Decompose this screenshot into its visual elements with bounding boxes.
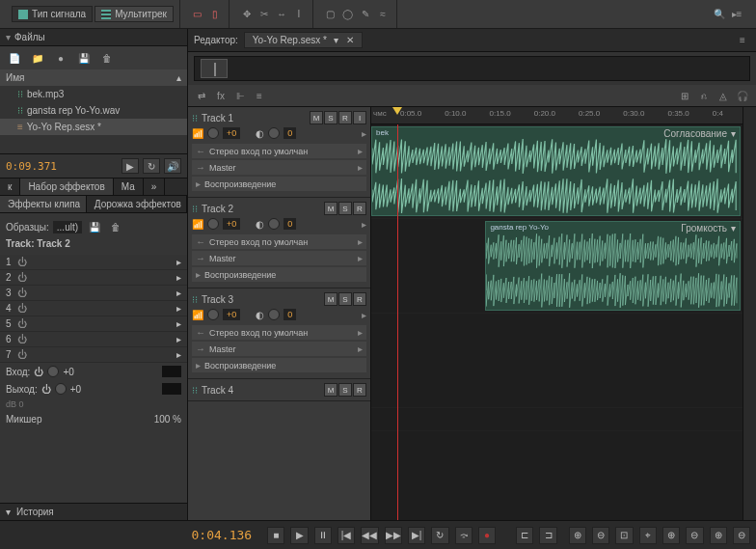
expand-chevron-icon[interactable]: ▸ <box>362 219 366 230</box>
dropdown-icon[interactable]: ▸ <box>358 162 363 173</box>
tab-track-fx[interactable]: Дорожка эффектов <box>87 196 187 212</box>
eq-icon[interactable]: ≡ <box>252 88 267 103</box>
volume-value[interactable]: +0 <box>223 309 240 320</box>
dropdown-icon[interactable]: ▸ <box>358 146 363 156</box>
history-panel-title[interactable]: ▾ История <box>0 503 187 520</box>
punch-in-button[interactable]: ⊏ <box>516 527 533 544</box>
pan-value[interactable]: 0 <box>284 127 296 139</box>
mute-button[interactable]: M <box>310 111 323 124</box>
timeline[interactable]: чмс 0:05.00:10.00:15.00:20.00:25.00:30.0… <box>371 107 742 520</box>
fx-icon[interactable]: fx <box>213 88 229 103</box>
input-knob[interactable] <box>47 366 59 377</box>
clip-vol-label[interactable]: Громкость <box>681 223 727 233</box>
input-route[interactable]: ←Стерео вход по умолчан▸ <box>192 234 366 249</box>
preview-autoplay-button[interactable]: 🔊 <box>164 158 181 174</box>
metronome-icon[interactable]: ◬ <box>716 88 731 103</box>
tab-markers[interactable]: Ма <box>114 178 144 195</box>
fx-slot[interactable]: 4⏻▸ <box>0 301 187 316</box>
zoom-out-sel-button[interactable]: ⊖ <box>686 527 703 544</box>
delete-preset-icon[interactable]: 🗑 <box>107 219 124 234</box>
track-header[interactable]: ⁝⁝ Track 1 M S R I 📶+0 ◐0 ▸←Стерео вход … <box>188 107 370 198</box>
open-folder-icon[interactable]: 📁 <box>29 50 46 66</box>
volume-value[interactable]: +0 <box>223 218 240 230</box>
fx-slot[interactable]: 1⏻▸ <box>0 255 187 270</box>
time-ruler[interactable]: чмс 0:05.00:10.00:15.00:20.00:25.00:30.0… <box>371 107 742 124</box>
lasso-icon[interactable]: ◯ <box>340 7 356 22</box>
marquee-icon[interactable]: ▢ <box>323 7 338 22</box>
heal-icon[interactable]: ≈ <box>375 7 391 22</box>
input-route[interactable]: ←Стерео вход по умолчан▸ <box>192 144 366 158</box>
dropdown-icon[interactable]: ▾ <box>731 128 736 139</box>
razor-tool-icon[interactable]: ✂ <box>256 7 272 22</box>
audio-clip[interactable]: bek Согласование▾ <box>371 126 741 216</box>
power-icon[interactable]: ⏻ <box>17 349 27 360</box>
punch-out-button[interactable]: ⊐ <box>539 527 556 544</box>
mute-button[interactable]: M <box>324 292 338 306</box>
power-icon[interactable]: ⏻ <box>41 384 51 395</box>
match-label[interactable]: Согласование <box>663 128 727 139</box>
expand-chevron-icon[interactable]: ▸ <box>362 310 366 320</box>
ripple-icon[interactable]: ⎌ <box>696 88 712 103</box>
track-name[interactable]: Track 1 <box>202 113 306 124</box>
zoom-fit-button[interactable]: ⊡ <box>615 527 633 544</box>
move-tool-icon[interactable]: ✥ <box>239 7 255 22</box>
brush-icon[interactable]: ✎ <box>358 7 373 22</box>
tab-effects-rack[interactable]: Набор эффектов <box>20 178 113 195</box>
pan-value[interactable]: 0 <box>284 309 296 320</box>
track-name[interactable]: Track 2 <box>202 204 320 214</box>
dropdown-icon[interactable]: ▾ <box>731 223 736 233</box>
waveform-view-button[interactable]: Тип сигнала <box>12 6 93 22</box>
rewind-button[interactable]: ◀◀ <box>361 527 378 544</box>
output-route[interactable]: →Master▸ <box>192 342 366 356</box>
solo-button[interactable]: S <box>338 292 352 306</box>
fx-slot[interactable]: 7⏻▸ <box>0 347 187 363</box>
track-header[interactable]: ⁝⁝ Track 2 M S R 📶+0 ◐0 ▸←Стерео вход по… <box>188 198 370 288</box>
dropdown-icon[interactable]: ▸ <box>358 343 363 354</box>
dropdown-chevron-icon[interactable]: ▾ <box>334 35 338 45</box>
fx-slot[interactable]: 5⏻▸ <box>0 316 187 332</box>
files-panel-title[interactable]: ▾ Файлы <box>0 29 187 46</box>
save-file-icon[interactable]: 💾 <box>75 50 93 66</box>
power-icon[interactable]: ⏻ <box>17 318 27 329</box>
track-lane[interactable]: gansta rep Yo-Yo Громкость▾ <box>371 219 742 314</box>
automation-mode[interactable]: ▸Воспроизведение <box>192 177 366 191</box>
output-route[interactable]: →Master▸ <box>192 251 366 265</box>
open-file-icon[interactable]: 📄 <box>6 50 23 66</box>
track-header[interactable]: ⁝⁝ Track 3 M S R 📶+0 ◐0 ▸←Стерео вход по… <box>188 288 370 379</box>
multitrack-view-button[interactable]: Мультитрек <box>94 6 174 22</box>
volume-knob[interactable] <box>207 309 219 320</box>
samples-dropdown[interactable]: ...ult) <box>53 221 82 233</box>
zoom-out-h-button[interactable]: ⊖ <box>592 527 609 544</box>
save-preset-icon[interactable]: 💾 <box>86 219 103 234</box>
dropdown-icon[interactable]: ▸ <box>358 253 363 263</box>
output-route[interactable]: →Master▸ <box>192 160 366 175</box>
power-icon[interactable]: ⏻ <box>17 334 27 344</box>
delete-file-icon[interactable]: 🗑 <box>98 50 116 66</box>
arm-button[interactable]: R <box>353 202 366 215</box>
power-icon[interactable]: ⏻ <box>34 367 43 377</box>
dropdown-icon[interactable]: ▸ <box>358 236 363 247</box>
forward-button[interactable]: ▶▶ <box>385 527 402 544</box>
close-tab-icon[interactable]: ✕ <box>346 35 354 45</box>
preview-loop-button[interactable]: ↻ <box>143 158 160 174</box>
play-button[interactable]: ▶ <box>290 527 308 544</box>
tab-short[interactable]: к <box>0 178 20 195</box>
go-next-button[interactable]: ▶| <box>408 527 425 544</box>
volume-value[interactable]: +0 <box>223 127 240 139</box>
zoom-out-v-button[interactable]: ⊖ <box>733 527 750 544</box>
solo-button[interactable]: S <box>338 383 352 397</box>
pan-knob[interactable] <box>268 127 280 139</box>
monitor-button[interactable]: I <box>353 111 366 124</box>
file-row[interactable]: ⁝⁝bek.mp3 <box>0 86 187 102</box>
automation-mode[interactable]: ▸Воспроизведение <box>192 267 366 282</box>
slip-tool-icon[interactable]: ↔ <box>274 7 289 22</box>
record-button[interactable]: ● <box>478 527 496 544</box>
volume-knob[interactable] <box>207 218 219 230</box>
volume-knob[interactable] <box>207 127 219 139</box>
pan-knob[interactable] <box>268 218 280 230</box>
power-icon[interactable]: ⏻ <box>17 288 27 298</box>
zoom-in-v-button[interactable]: ⊕ <box>710 527 727 544</box>
track-lane[interactable]: bek Согласование▾ <box>371 124 742 219</box>
arm-button[interactable]: R <box>338 111 352 124</box>
track-name[interactable]: Track 4 <box>202 385 320 396</box>
